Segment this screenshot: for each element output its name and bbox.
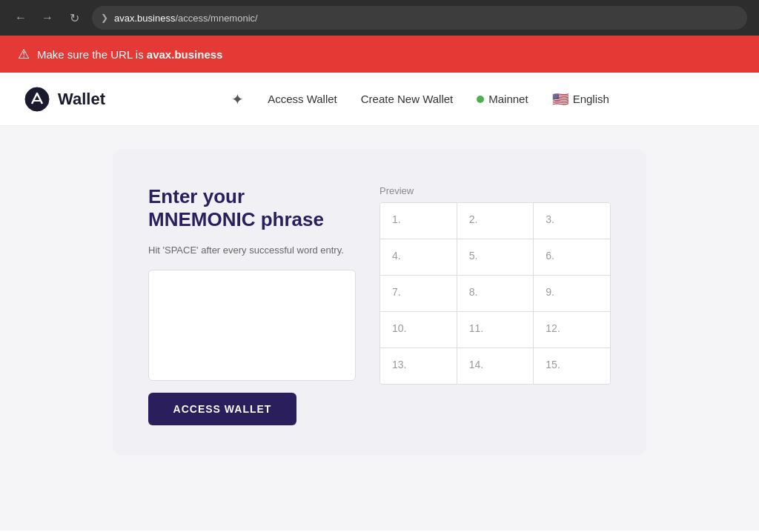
word-cell-3: 3. [534, 203, 610, 239]
word-cell-2: 2. [457, 203, 534, 239]
theme-toggle-icon[interactable]: ✦ [231, 90, 244, 108]
word-cell-5: 5. [457, 239, 534, 275]
lang-label: English [573, 93, 609, 105]
word-cell-13: 13. [380, 348, 457, 384]
word-cell-10: 10. [380, 312, 457, 348]
word-cell-9: 9. [534, 276, 610, 311]
url-domain: avax.business [114, 13, 175, 24]
mnemonic-card: Enter your MNEMONIC phrase Hit 'SPACE' a… [113, 150, 646, 455]
flag-icon: 🇺🇸 [552, 91, 569, 107]
address-bar[interactable]: ❯ avax.business/access/mnemonic/ [92, 6, 747, 30]
nav-access-wallet[interactable]: Access Wallet [268, 93, 337, 105]
nav-links: ✦ Access Wallet Create New Wallet Mainne… [231, 90, 609, 108]
preview-label: Preview [380, 185, 611, 196]
browser-chrome: ← → ↻ ❯ avax.business/access/mnemonic/ [0, 0, 759, 36]
nav-mainnet[interactable]: Mainnet [477, 93, 528, 105]
word-cell-4: 4. [380, 239, 457, 275]
word-cell-7: 7. [380, 276, 457, 311]
address-chevron: ❯ [101, 13, 108, 23]
header: Wallet ✦ Access Wallet Create New Wallet… [0, 73, 759, 126]
warning-banner: ⚠ Make sure the URL is avax.business [0, 36, 759, 73]
word-grid: 1.2.3.4.5.6.7.8.9.10.11.12.13.14.15. [380, 202, 611, 385]
right-panel: Preview 1.2.3.4.5.6.7.8.9.10.11.12.13.14… [380, 185, 611, 425]
word-cell-14: 14. [457, 348, 534, 384]
word-cell-15: 15. [534, 348, 610, 384]
logo-icon [24, 86, 50, 113]
word-cell-12: 12. [534, 312, 610, 348]
mainnet-dot [477, 96, 484, 103]
forward-button[interactable]: → [39, 9, 56, 27]
url-text: avax.business/access/mnemonic/ [114, 13, 258, 24]
nav-language[interactable]: 🇺🇸 English [552, 91, 609, 107]
reload-button[interactable]: ↻ [65, 9, 83, 27]
mainnet-label: Mainnet [488, 93, 528, 105]
mnemonic-hint: Hit 'SPACE' after every successful word … [148, 243, 356, 258]
word-cell-1: 1. [380, 203, 457, 239]
warning-text: Make sure the URL is avax.business [37, 48, 222, 61]
word-cell-6: 6. [534, 239, 610, 275]
svg-point-0 [25, 87, 49, 111]
main-content: Enter your MNEMONIC phrase Hit 'SPACE' a… [0, 126, 759, 531]
mnemonic-title: Enter your MNEMONIC phrase [148, 185, 356, 231]
word-cell-8: 8. [457, 276, 534, 311]
nav-create-wallet[interactable]: Create New Wallet [361, 93, 453, 105]
left-panel: Enter your MNEMONIC phrase Hit 'SPACE' a… [148, 185, 356, 425]
url-path: /access/mnemonic/ [175, 13, 257, 24]
logo-area: Wallet [24, 86, 105, 113]
access-wallet-button[interactable]: ACCESS WALLET [148, 393, 296, 425]
warning-icon: ⚠ [18, 46, 30, 62]
mnemonic-input[interactable] [148, 270, 356, 381]
word-cell-11: 11. [457, 312, 534, 348]
logo-text: Wallet [58, 90, 105, 109]
back-button[interactable]: ← [12, 9, 30, 27]
